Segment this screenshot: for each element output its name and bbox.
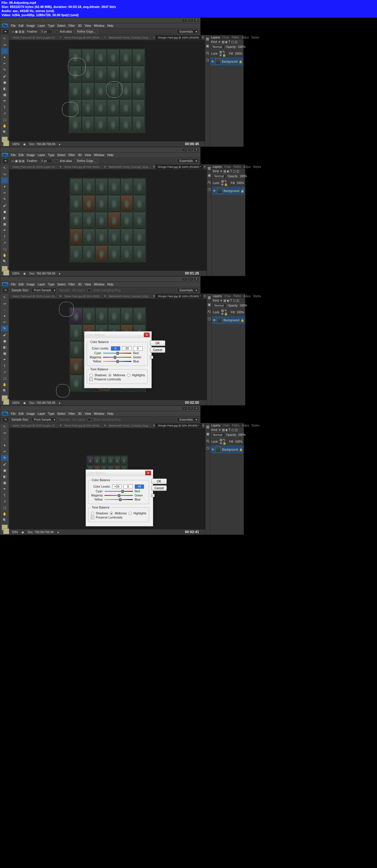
hand-tool[interactable]: ✋ (1, 123, 8, 129)
background-color[interactable] (3, 141, 9, 146)
lasso-tool[interactable]: ⟋ (1, 48, 8, 54)
cyan-input[interactable] (112, 485, 122, 489)
brush-tool[interactable]: 🖌 (1, 73, 8, 79)
adjust-tab[interactable]: Adjus (240, 36, 250, 39)
path-tool[interactable]: ↗ (1, 111, 8, 116)
gradient-tool[interactable]: ▦ (1, 92, 8, 98)
layers-tab[interactable]: Layers (210, 36, 221, 39)
menu-view[interactable]: View (85, 24, 91, 27)
eraser-tool[interactable]: ◧ (1, 86, 8, 91)
shape-tool[interactable]: ▢ (1, 117, 8, 123)
midtones-radio[interactable]: ● (108, 374, 112, 377)
timestamp: 00:00:45 (185, 142, 199, 146)
refine-edge-button[interactable]: Refine Edge... (75, 29, 98, 34)
canvas[interactable]: Color Balance✕ Color Balance Color Level… (9, 428, 205, 529)
styles-tab[interactable]: Styles (250, 36, 260, 39)
menu-filter[interactable]: Filter (68, 24, 75, 27)
dialog-close-button[interactable]: ✕ (145, 471, 151, 475)
play-icon[interactable]: ▸ (59, 143, 61, 146)
lasso-tool-icon[interactable]: ✒ (2, 29, 9, 34)
preserve-luminosity-checkbox[interactable]: ✓ (89, 378, 93, 381)
cancel-button[interactable]: Cancel (151, 485, 167, 491)
minimize-button[interactable]: ─ (182, 19, 187, 22)
eyedropper-tool[interactable]: ✎ (1, 67, 8, 72)
lasso-tool-icon[interactable]: ✒ (2, 158, 9, 164)
menu-select[interactable]: Select (57, 24, 65, 27)
menu-layer[interactable]: Layer (38, 24, 45, 27)
canvas[interactable]: Color Balance✕ Color Balance Color Level… (9, 299, 207, 400)
type-tool[interactable]: T (1, 104, 8, 110)
canvas[interactable] (9, 40, 205, 142)
move-tool[interactable]: ↖ (1, 36, 8, 41)
wand-tool[interactable]: ✦ (1, 55, 8, 60)
yellow-input[interactable] (135, 485, 144, 489)
shadows-radio[interactable] (89, 374, 93, 377)
feather-input[interactable] (40, 159, 52, 163)
layer-background[interactable]: 👁Background🔒 (210, 57, 243, 66)
workspace-selector[interactable]: Essentials (177, 29, 199, 34)
eyedropper-tool[interactable]: ✎ (1, 326, 8, 331)
menu-3d[interactable]: 3D (78, 24, 82, 27)
tab-blacksmith[interactable]: Blacksmith Home_Concept_02.jp... (107, 36, 153, 40)
color-panel-icon[interactable]: ▦ (206, 37, 209, 41)
visibility-icon[interactable]: 👁 (211, 60, 214, 63)
yellow-blue-slider[interactable] (103, 361, 132, 362)
menu-type[interactable]: Type (48, 24, 54, 27)
preview-checkbox[interactable]: ✓ (151, 494, 155, 497)
swatches-panel-icon[interactable]: ▣ (206, 44, 209, 48)
cyan-red-slider[interactable] (105, 491, 133, 492)
ok-button[interactable]: OK (151, 478, 167, 484)
stamp-tool[interactable]: ▣ (1, 80, 8, 85)
history-panel-icon[interactable]: ◳ (206, 58, 209, 62)
zoom-level[interactable]: 50% (12, 531, 18, 534)
blend-mode[interactable]: Normal (211, 45, 225, 49)
workspace-selector[interactable]: Essentials (177, 288, 199, 293)
preview-checkbox[interactable]: ✓ (150, 356, 153, 359)
zoom-level[interactable]: 100% (12, 143, 20, 146)
channels-tab[interactable]: Chan (221, 36, 231, 39)
maximize-button[interactable]: □ (188, 19, 193, 22)
cancel-button[interactable]: Cancel (150, 347, 166, 353)
highlights-radio[interactable] (127, 374, 130, 377)
ok-button[interactable]: OK (150, 340, 166, 346)
magenta-green-slider[interactable] (105, 495, 133, 496)
close-button[interactable]: ✕ (194, 19, 199, 22)
menu-edit[interactable]: Edit (19, 24, 24, 27)
tab-metal[interactable]: Metal_Paint.psd @ 200% (Layer 10... (10, 36, 59, 40)
tab-shingle[interactable]: Shingle Paint.jpg @ 100% (RGB/8) (155, 36, 201, 40)
feather-input[interactable] (40, 29, 52, 34)
workspace-selector[interactable]: Essentials (177, 158, 199, 163)
type-panel-icon[interactable]: A| (206, 51, 209, 55)
preserve-luminosity-checkbox[interactable]: ✓ (91, 516, 94, 519)
tab-shingle[interactable]: Shingle Paint.jpg @ 100% (RGB/8) * (155, 165, 203, 169)
yellow-blue-slider[interactable] (105, 499, 133, 500)
paths-tab[interactable]: Paths (231, 36, 240, 39)
menu-help[interactable]: Help (107, 24, 114, 27)
magenta-input[interactable] (123, 485, 133, 489)
scroll-icon[interactable]: ◉ (23, 143, 26, 146)
canvas[interactable] (9, 169, 207, 271)
eyedropper-tool-icon[interactable]: ✎ (2, 288, 9, 293)
tab-stone[interactable]: Stone Paint.jpg @ 50% (RGB... (62, 36, 104, 40)
show-ring-checkbox[interactable] (88, 289, 91, 292)
selection-mode-icons[interactable]: ▭ ▣ ▤ ▥ (11, 30, 24, 33)
magenta-green-slider[interactable] (103, 357, 132, 358)
pen-tool[interactable]: ✒ (1, 98, 8, 104)
dialog-close-button[interactable]: ✕ (144, 333, 150, 337)
sample-size-select[interactable]: Point Sample (31, 288, 57, 293)
zoom-tool[interactable]: 🔍 (1, 129, 8, 135)
menu-window[interactable]: Window (94, 24, 105, 27)
highlights-radio[interactable] (128, 512, 132, 515)
crop-tool[interactable]: ✂ (1, 61, 8, 66)
menu-image[interactable]: Image (26, 24, 35, 27)
menu-file[interactable]: File (11, 24, 16, 27)
yellow-input[interactable] (133, 346, 143, 351)
magenta-input[interactable] (122, 346, 132, 351)
cyan-red-slider[interactable] (103, 353, 132, 353)
shadows-radio[interactable] (91, 512, 94, 515)
midtones-radio[interactable]: ● (110, 512, 113, 515)
refine-edge-button[interactable]: Refine Edge... (75, 158, 98, 163)
antialias-checkbox[interactable]: ✓ (54, 30, 58, 33)
cyan-input[interactable] (111, 346, 120, 351)
marquee-tool[interactable]: ▭ (1, 42, 8, 48)
